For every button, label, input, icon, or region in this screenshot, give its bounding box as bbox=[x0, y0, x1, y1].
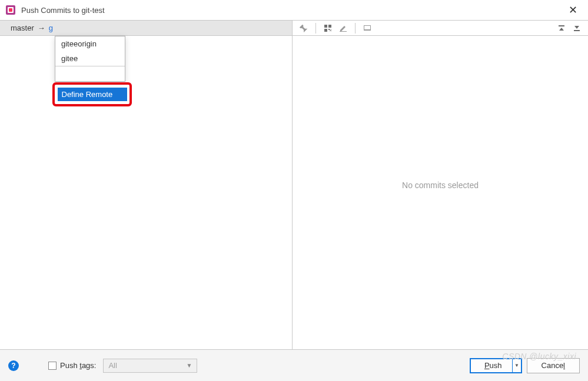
remote-dropdown: giteeorigin gitee Define Remote bbox=[55, 36, 125, 82]
content: master → g giteeorigin gitee Define Remo… bbox=[0, 21, 588, 349]
push-tags-checkbox[interactable] bbox=[48, 362, 57, 370]
arrow-icon: → bbox=[38, 24, 45, 32]
dropdown-item-giteeorigin[interactable]: giteeorigin bbox=[55, 36, 125, 51]
push-tags-label: Push tags: bbox=[60, 361, 96, 370]
dropdown-item-define-remote[interactable]: Define Remote bbox=[58, 88, 127, 101]
push-button[interactable]: Push ▼ bbox=[470, 358, 522, 373]
right-pane: No commits selected bbox=[293, 21, 588, 349]
cancel-button[interactable]: Cancel bbox=[527, 358, 580, 373]
dropdown-separator bbox=[55, 66, 125, 66]
highlight-box: Define Remote bbox=[52, 82, 132, 106]
branch-row[interactable]: master → g bbox=[0, 21, 292, 36]
toolbar-separator bbox=[315, 23, 316, 34]
toolbar-separator bbox=[355, 23, 356, 34]
chevron-down-icon[interactable]: ▼ bbox=[512, 359, 521, 373]
svg-rect-4 bbox=[340, 31, 347, 32]
svg-rect-2 bbox=[324, 29, 327, 32]
help-icon[interactable]: ? bbox=[8, 360, 19, 371]
svg-rect-3 bbox=[328, 29, 330, 30]
footer: ? Push tags: All ▼ Push ▼ Cancel bbox=[0, 350, 588, 381]
dropdown-item-gitee[interactable]: gitee bbox=[55, 51, 125, 66]
window-title: Push Commits to git-test bbox=[21, 6, 564, 15]
push-tags-checkbox-wrap[interactable]: Push tags: bbox=[48, 361, 96, 370]
close-icon[interactable]: ✕ bbox=[564, 1, 582, 19]
collapse-bottom-icon[interactable] bbox=[572, 23, 582, 34]
push-tags-combo[interactable]: All ▼ bbox=[103, 359, 197, 373]
screen-icon[interactable] bbox=[362, 23, 373, 34]
right-toolbar bbox=[293, 21, 588, 36]
svg-rect-8 bbox=[574, 30, 580, 31]
svg-rect-1 bbox=[328, 25, 331, 28]
cancel-button-label: Cancel bbox=[542, 361, 565, 370]
local-branch: master bbox=[11, 24, 34, 32]
svg-rect-6 bbox=[364, 26, 370, 29]
push-tags-combo-value: All bbox=[108, 361, 117, 370]
grid-icon[interactable] bbox=[323, 23, 333, 34]
remote-link[interactable]: g bbox=[49, 24, 53, 32]
edit-icon[interactable] bbox=[338, 23, 348, 34]
empty-state-text: No commits selected bbox=[402, 181, 479, 190]
chevron-down-icon: ▼ bbox=[187, 362, 192, 369]
app-icon bbox=[6, 5, 15, 15]
left-pane: master → g giteeorigin gitee Define Remo… bbox=[0, 21, 293, 349]
titlebar: Push Commits to git-test ✕ bbox=[0, 0, 588, 20]
collapse-top-icon[interactable] bbox=[556, 23, 567, 34]
pin-icon[interactable] bbox=[298, 23, 309, 34]
svg-rect-7 bbox=[559, 25, 564, 26]
push-button-label: Push bbox=[484, 361, 502, 370]
svg-rect-0 bbox=[324, 25, 327, 28]
